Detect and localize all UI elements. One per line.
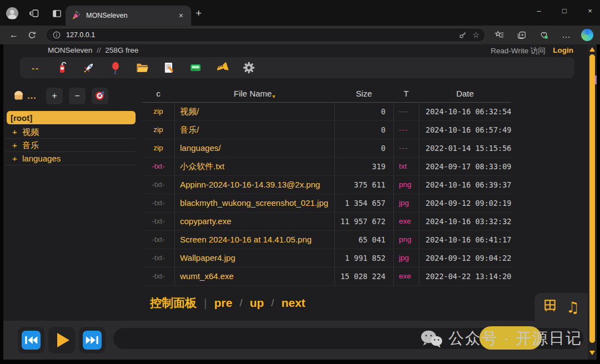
tree-expand-button[interactable]: + — [46, 88, 63, 104]
breadcrumb-site[interactable]: MONSeleven — [48, 46, 92, 54]
back-icon[interactable]: ← — [7, 28, 21, 42]
grid-view-icon[interactable] — [543, 299, 557, 315]
file-size: 0 — [334, 139, 393, 158]
rocket-icon[interactable] — [81, 60, 97, 75]
tree-item-视频[interactable]: +视频 — [6, 125, 136, 139]
file-size: 375 611 — [334, 176, 393, 194]
balloon-icon[interactable] — [108, 60, 123, 75]
next-link[interactable]: next — [281, 296, 305, 310]
favorites-list-icon[interactable] — [492, 28, 507, 42]
column-header-name[interactable]: File Name▾ — [174, 87, 334, 103]
tree-collapse-button[interactable]: − — [69, 88, 86, 104]
file-name-link[interactable]: 音乐/ — [174, 121, 334, 139]
maximize-button[interactable]: □ — [559, 7, 570, 15]
file-type: --- — [393, 121, 419, 139]
file-action-link[interactable]: -txt- — [142, 231, 174, 249]
memo-icon[interactable] — [161, 60, 177, 75]
gear-icon[interactable] — [241, 60, 257, 75]
next-track-button[interactable] — [79, 327, 106, 353]
tree-expand-toggle[interactable]: + — [12, 139, 22, 151]
profile-avatar[interactable] — [6, 7, 19, 20]
trumpet-icon[interactable] — [214, 60, 230, 75]
more-menu-icon[interactable]: … — [559, 28, 573, 42]
control-panel-link[interactable]: 控制面板 — [150, 295, 197, 311]
tree-dots-label[interactable]: ... — [27, 91, 36, 101]
directory-tree: +视频+音乐+languages — [6, 125, 136, 165]
page-scrollbar[interactable] — [588, 44, 597, 360]
scrollbar-thumb[interactable] — [589, 54, 595, 343]
open-folder-icon[interactable] — [134, 60, 150, 75]
tree-item-languages[interactable]: +languages — [6, 152, 136, 165]
file-date: 2024-10-16 06:32:54 — [419, 103, 511, 121]
file-action-link[interactable]: -txt- — [142, 213, 174, 231]
file-action-link[interactable]: zip — [142, 121, 174, 139]
copyparty-page: MONSeleven // 258G free Read-Write 访问 Lo… — [3, 44, 597, 360]
tree-expand-toggle[interactable]: + — [12, 125, 22, 138]
file-action-link[interactable]: -txt- — [142, 267, 174, 286]
file-type: png — [393, 231, 419, 249]
file-name-link[interactable]: copyparty.exe — [174, 213, 334, 231]
file-size: 0 — [334, 121, 393, 139]
file-name-link[interactable]: Appinn-2024-10-16-14.39.13@2x.png — [174, 176, 334, 194]
collections-icon[interactable] — [514, 28, 529, 42]
file-action-link[interactable]: -txt- — [142, 158, 174, 176]
file-name-link[interactable]: wumt_x64.exe — [174, 267, 334, 286]
collapse-toggle[interactable]: -- — [28, 60, 43, 75]
pager-icon[interactable] — [188, 60, 203, 75]
up-link[interactable]: up — [249, 296, 264, 310]
refresh-icon[interactable] — [24, 28, 39, 42]
file-name-link[interactable]: Screen 2024-10-16 at 14.41.05.png — [174, 231, 334, 249]
file-action-link[interactable]: zip — [142, 139, 174, 158]
tree-item-音乐[interactable]: +音乐 — [6, 139, 136, 152]
favorite-star-icon[interactable]: ☆ — [472, 31, 479, 39]
url-text[interactable]: 127.0.0.1 — [66, 31, 458, 39]
previous-track-button[interactable] — [18, 327, 44, 353]
play-button[interactable] — [48, 327, 75, 353]
tab-actions-icon[interactable] — [50, 7, 63, 20]
fire-extinguisher-icon[interactable] — [54, 60, 70, 75]
file-name-link[interactable]: 小众软件.txt — [174, 158, 334, 176]
scroll-up-icon[interactable] — [589, 47, 595, 52]
file-size: 11 957 672 — [334, 213, 393, 231]
close-button[interactable]: × — [584, 7, 596, 15]
new-tab-button[interactable]: + — [196, 8, 202, 18]
breadcrumb: MONSeleven // 258G free Read-Write 访问 Lo… — [48, 46, 583, 57]
column-header-size[interactable]: Size — [334, 87, 393, 103]
column-header-type[interactable]: T — [393, 87, 419, 103]
browser-essentials-icon[interactable] — [537, 28, 551, 42]
browser-tab[interactable]: MONSeleven × — [66, 6, 191, 26]
file-name-link[interactable]: 视频/ — [174, 103, 334, 121]
password-key-icon[interactable] — [458, 30, 468, 40]
file-action-link[interactable]: -txt- — [142, 176, 174, 194]
address-bar[interactable]: 127.0.0.1 ☆ — [46, 28, 486, 42]
file-size: 0 — [334, 103, 393, 121]
tree-item-label: languages — [22, 154, 61, 163]
music-note-icon[interactable]: ♫ — [566, 299, 579, 316]
tree-expand-toggle[interactable]: + — [12, 152, 22, 165]
directory-sidebar: ... + − [root] +视频+音乐+languages — [6, 88, 136, 165]
file-action-link[interactable]: -txt- — [142, 194, 174, 213]
minimize-button[interactable]: – — [533, 7, 544, 15]
tab-close-icon[interactable]: × — [177, 11, 186, 20]
file-action-link[interactable]: zip — [142, 103, 174, 121]
scroll-down-icon[interactable] — [589, 351, 595, 355]
file-action-link[interactable]: -txt- — [142, 249, 174, 267]
breadcrumb-toggle-button[interactable]: ... — [9, 88, 40, 104]
copilot-icon[interactable] — [581, 29, 593, 41]
site-info-icon[interactable] — [52, 30, 62, 40]
footer-divider: | — [204, 296, 207, 310]
file-size: 1 991 852 — [334, 249, 393, 267]
file-name-link[interactable]: languages/ — [174, 139, 334, 158]
view-toggle-panel: ♫ — [534, 293, 588, 321]
file-name-link[interactable]: blackmyth_wukong_screenshot_021.jpg — [174, 194, 334, 213]
pre-link[interactable]: pre — [214, 296, 232, 310]
workspaces-icon[interactable] — [28, 7, 41, 20]
tree-item-root-selected[interactable]: [root] — [7, 111, 136, 124]
column-header-c[interactable]: c — [142, 87, 174, 103]
file-name-link[interactable]: Wallpaper4.jpg — [174, 249, 334, 267]
jump-to-current-button[interactable] — [92, 88, 108, 104]
column-header-date[interactable]: Date — [419, 87, 511, 103]
scrollbar-marker — [595, 75, 597, 84]
skip-previous-icon — [22, 331, 41, 350]
login-link[interactable]: Login — [553, 46, 573, 54]
